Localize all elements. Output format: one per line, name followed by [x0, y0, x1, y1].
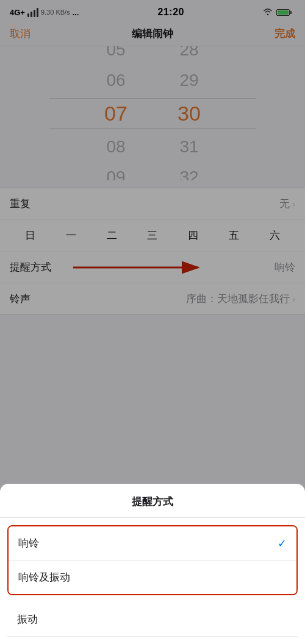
modal-options-group: 响铃 ✓ 响铃及振动: [7, 525, 298, 595]
modal-option-ring-vibrate[interactable]: 响铃及振动: [9, 561, 296, 594]
modal-title: 提醒方式: [0, 484, 305, 518]
modal-option-ring[interactable]: 响铃 ✓: [9, 526, 296, 561]
modal-option-vibrate[interactable]: 振动: [7, 603, 298, 637]
modal-overlay[interactable]: 提醒方式 响铃 ✓ 响铃及振动 振动: [0, 0, 305, 644]
modal-option-ring-label: 响铃: [18, 536, 39, 550]
modal-option-ring-vibrate-label: 响铃及振动: [18, 570, 70, 584]
checkmark-icon: ✓: [278, 537, 287, 550]
modal-sheet: 提醒方式 响铃 ✓ 响铃及振动 振动: [0, 484, 305, 644]
modal-option-vibrate-label: 振动: [17, 612, 38, 626]
